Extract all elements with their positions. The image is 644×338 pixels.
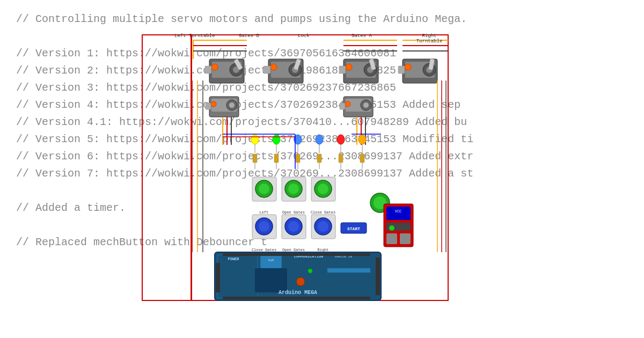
svg-rect-135	[376, 258, 380, 295]
svg-rect-76	[339, 154, 343, 163]
svg-point-95	[318, 183, 328, 194]
svg-point-112	[318, 221, 328, 232]
svg-text:Open Gates: Open Gates	[282, 210, 305, 215]
svg-point-75	[337, 135, 345, 144]
svg-point-24	[270, 64, 277, 70]
svg-rect-32	[339, 66, 346, 74]
svg-rect-25	[264, 66, 270, 74]
svg-point-84	[259, 183, 269, 194]
svg-rect-126	[217, 255, 258, 298]
svg-rect-140	[327, 268, 370, 273]
svg-point-17	[211, 64, 218, 70]
svg-rect-72	[317, 154, 321, 163]
svg-text:Right: Right	[317, 248, 328, 252]
svg-point-31	[346, 64, 352, 70]
svg-text:PWM: PWM	[268, 259, 274, 262]
svg-rect-45	[206, 103, 211, 109]
svg-point-59	[251, 135, 259, 144]
svg-rect-80	[360, 154, 364, 163]
svg-rect-18	[205, 66, 211, 74]
svg-text:Left: Left	[260, 210, 269, 215]
svg-rect-68	[296, 154, 300, 163]
svg-point-43	[229, 102, 235, 108]
svg-text:POWER: POWER	[228, 257, 239, 261]
svg-point-79	[358, 135, 366, 144]
svg-point-107	[288, 221, 299, 232]
svg-point-44	[211, 101, 216, 107]
svg-rect-132	[255, 268, 287, 292]
svg-rect-138	[223, 253, 370, 256]
svg-text:Open Gates: Open Gates	[282, 248, 305, 252]
svg-point-124	[389, 225, 394, 231]
svg-point-50	[345, 101, 350, 107]
svg-point-71	[316, 135, 323, 144]
svg-text:Close Gates: Close Gates	[311, 210, 335, 215]
svg-rect-139	[223, 297, 370, 299]
svg-rect-60	[253, 154, 257, 163]
svg-rect-128	[216, 263, 220, 292]
svg-rect-51	[340, 103, 345, 109]
svg-point-134	[308, 269, 312, 273]
svg-text:Arduino MEGA: Arduino MEGA	[279, 290, 317, 296]
svg-point-49	[363, 102, 369, 108]
svg-text:START: START	[347, 226, 360, 231]
circuit-diagram: Left Turntable B (RS3) Open Gates A (RS2…	[140, 27, 451, 306]
code-line-1: // Controlling multiple servo motors and…	[16, 11, 628, 28]
svg-point-63	[273, 135, 280, 144]
svg-point-102	[259, 221, 269, 232]
svg-point-133	[296, 277, 305, 286]
svg-text:VCC: VCC	[395, 209, 402, 214]
svg-point-38	[405, 64, 411, 70]
svg-rect-123	[400, 233, 411, 244]
svg-rect-64	[274, 154, 279, 163]
svg-rect-39	[398, 66, 405, 74]
svg-text:Close Gates: Close Gates	[252, 248, 276, 252]
svg-rect-122	[386, 233, 397, 244]
svg-point-90	[288, 183, 299, 194]
